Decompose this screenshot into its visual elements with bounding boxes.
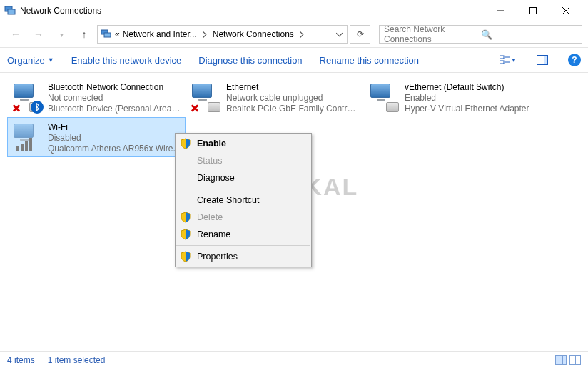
- menu-diagnose[interactable]: Diagnose: [176, 169, 311, 187]
- svg-rect-3: [530, 7, 537, 14]
- svg-rect-13: [544, 56, 547, 64]
- error-overlay-icon: [189, 102, 201, 114]
- search-icon: 🔍: [481, 29, 578, 40]
- wifi-bars-icon: [16, 138, 32, 151]
- diagnose-connection-button[interactable]: Diagnose this connection: [198, 55, 302, 66]
- svg-rect-8: [500, 56, 504, 59]
- adapter-icon: [369, 82, 399, 112]
- selection-count: 1 item selected: [48, 355, 106, 365]
- shield-icon: [180, 138, 191, 149]
- view-options-button[interactable]: ▼: [500, 55, 517, 65]
- adapter-device: Bluetooth Device (Personal Area ...: [48, 104, 181, 114]
- minimize-button[interactable]: [484, 0, 517, 21]
- adapter-device: Qualcomm Atheros AR956x Wire...: [48, 144, 181, 154]
- status-bar: 4 items 1 item selected: [0, 351, 588, 368]
- back-button[interactable]: ←: [6, 24, 26, 44]
- search-placeholder: Search Network Connections: [384, 24, 481, 44]
- breadcrumb-root[interactable]: «: [115, 29, 120, 39]
- adapter-status: Enabled: [405, 93, 537, 104]
- forward-button[interactable]: →: [29, 24, 49, 44]
- svg-rect-1: [8, 9, 15, 14]
- organize-menu[interactable]: Organize▼: [7, 55, 54, 66]
- adapter-icon: ᛒ: [12, 82, 42, 112]
- menu-separator: [176, 245, 310, 246]
- title-bar: Network Connections: [0, 0, 588, 21]
- window-title: Network Connections: [20, 6, 484, 16]
- details-view-icon[interactable]: [555, 355, 567, 365]
- adapter-device: Hyper-V Virtual Ethernet Adapter: [405, 104, 537, 114]
- menu-delete: Delete: [176, 209, 311, 226]
- menu-rename[interactable]: Rename: [176, 226, 311, 243]
- recent-locations-button[interactable]: ▾: [51, 24, 71, 44]
- breadcrumb-2[interactable]: Network Connections: [213, 29, 294, 39]
- chevron-right-icon[interactable]: [200, 31, 210, 38]
- command-bar: Organize▼ Enable this network device Dia…: [0, 47, 588, 73]
- svg-rect-7: [104, 33, 111, 37]
- menu-properties[interactable]: Properties: [176, 248, 311, 265]
- menu-enable[interactable]: Enable: [176, 135, 311, 152]
- shield-icon: [180, 251, 191, 262]
- enable-device-button[interactable]: Enable this network device: [71, 55, 182, 66]
- menu-create-shortcut[interactable]: Create Shortcut: [176, 192, 311, 209]
- chevron-down-icon[interactable]: [334, 31, 344, 38]
- content-area: ᛒ Bluetooth Network Connection Not conne…: [0, 73, 588, 344]
- shield-icon: [180, 229, 191, 240]
- rename-connection-button[interactable]: Rename this connection: [320, 55, 419, 66]
- adapter-icon: [12, 122, 42, 152]
- maximize-button[interactable]: [517, 0, 549, 21]
- address-bar[interactable]: « Network and Inter... Network Connectio…: [97, 25, 348, 44]
- context-menu: Enable Status Diagnose Create Shortcut D…: [175, 133, 312, 267]
- adapter-name: vEthernet (Default Switch): [405, 82, 537, 93]
- adapter-status: Disabled: [48, 133, 181, 144]
- adapter-ethernet[interactable]: Ethernet Network cable unplugged Realtek…: [186, 77, 364, 117]
- menu-separator: [176, 189, 310, 189]
- app-icon: [4, 5, 16, 16]
- location-icon: [101, 29, 112, 40]
- item-count: 4 items: [7, 355, 35, 365]
- adapter-bluetooth[interactable]: ᛒ Bluetooth Network Connection Not conne…: [7, 77, 186, 117]
- adapter-status: Not connected: [48, 93, 181, 104]
- large-icons-view-icon[interactable]: [569, 355, 581, 365]
- adapter-device: Realtek PCIe GbE Family Controller: [226, 104, 359, 114]
- view-mode-switcher[interactable]: [555, 355, 581, 365]
- shield-icon: [180, 212, 191, 223]
- adapter-vethernet[interactable]: vEthernet (Default Switch) Enabled Hyper…: [364, 77, 542, 117]
- menu-status: Status: [176, 152, 311, 169]
- search-box[interactable]: Search Network Connections 🔍: [379, 25, 582, 44]
- help-button[interactable]: ?: [568, 54, 581, 66]
- adapter-name: Wi-Fi: [48, 122, 181, 133]
- refresh-button[interactable]: ⟳: [350, 25, 370, 44]
- up-button[interactable]: ↑: [74, 24, 94, 44]
- adapter-icon: [191, 82, 220, 112]
- navigation-bar: ← → ▾ ↑ « Network and Inter... Network C…: [0, 21, 588, 47]
- error-overlay-icon: [11, 102, 22, 114]
- chevron-right-icon[interactable]: [297, 31, 307, 38]
- adapter-name: Bluetooth Network Connection: [48, 82, 181, 93]
- adapter-wifi[interactable]: Wi-Fi Disabled Qualcomm Atheros AR956x W…: [7, 117, 186, 157]
- preview-pane-button[interactable]: [534, 55, 551, 65]
- adapter-status: Network cable unplugged: [226, 93, 359, 104]
- breadcrumb-1[interactable]: Network and Inter...: [123, 29, 197, 39]
- adapter-name: Ethernet: [226, 82, 359, 93]
- close-button[interactable]: [549, 0, 582, 21]
- bluetooth-icon: ᛒ: [31, 101, 44, 114]
- svg-rect-9: [500, 61, 504, 64]
